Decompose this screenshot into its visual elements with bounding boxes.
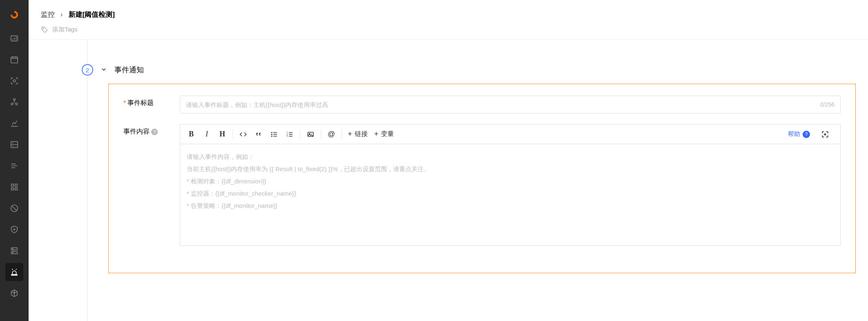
svg-point-2: [13, 80, 16, 82]
event-title-input[interactable]: [186, 101, 820, 108]
editor-placeholder: 请输入事件内容，例如： 当前主机{{host}}内存使用率为 {{ Result…: [187, 151, 834, 212]
svg-point-18: [271, 132, 272, 133]
breadcrumb: 监控 › 新建[阈值检测]: [41, 10, 856, 19]
quote-button[interactable]: [251, 127, 266, 142]
help-link[interactable]: 帮助 ?: [788, 130, 810, 138]
nav-shield-icon[interactable]: [5, 221, 23, 239]
svg-point-14: [13, 249, 13, 249]
nav-cube-icon[interactable]: [5, 284, 23, 302]
svg-point-19: [271, 134, 272, 135]
toolbar-sep: [342, 129, 342, 139]
toolbar-sep: [233, 129, 233, 139]
content-area: 2 事件通知 * 事件标题 0/256: [29, 40, 868, 321]
chevron-right-icon: ›: [60, 11, 63, 19]
tags-placeholder: 添加Tags: [52, 26, 78, 33]
sidebar: [0, 0, 29, 321]
help-badge-icon: ?: [803, 131, 810, 138]
row-event-content: 事件内容 ? B I H: [123, 124, 841, 246]
mention-button[interactable]: @: [324, 127, 339, 142]
svg-point-20: [271, 136, 272, 136]
plus-icon: +: [348, 130, 352, 138]
toolbar-sep: [300, 129, 300, 139]
svg-point-17: [43, 28, 44, 29]
svg-rect-10: [15, 188, 18, 190]
main-content: 监控 › 新建[阈值检测] 添加Tags 2 事件通知: [29, 0, 868, 321]
nav-server-icon[interactable]: [5, 242, 23, 260]
nav-dashboard-icon[interactable]: [5, 29, 23, 47]
svg-rect-16: [11, 274, 18, 275]
image-button[interactable]: [303, 127, 318, 142]
variable-button[interactable]: + 变量: [371, 127, 398, 142]
char-counter: 0/256: [820, 101, 834, 108]
toolbar-sep: [321, 129, 321, 139]
label-event-content: 事件内容 ?: [123, 124, 168, 136]
code-button[interactable]: [235, 127, 251, 142]
ol-button[interactable]: 123: [282, 127, 298, 142]
section-title: 事件通知: [114, 65, 144, 75]
tags-row[interactable]: 添加Tags: [41, 26, 856, 33]
bold-button[interactable]: B: [183, 127, 199, 142]
nav-grid-icon[interactable]: [5, 178, 23, 196]
step-number-badge: 2: [82, 64, 93, 76]
app-logo[interactable]: [7, 7, 22, 22]
italic-button[interactable]: I: [199, 127, 215, 142]
form-panel: * 事件标题 0/256 事件内容 ?: [108, 84, 856, 273]
svg-text:3: 3: [287, 135, 288, 137]
label-event-title: * 事件标题: [123, 96, 168, 107]
fullscreen-button[interactable]: [817, 127, 833, 142]
svg-rect-8: [15, 184, 18, 187]
nav-analytics-icon[interactable]: [5, 114, 23, 132]
editor-wrap: B I H 123: [180, 124, 841, 246]
svg-point-3: [13, 98, 16, 100]
nav-list-icon[interactable]: [5, 157, 23, 175]
svg-point-15: [13, 252, 13, 253]
event-title-field[interactable]: 0/256: [180, 96, 841, 114]
svg-rect-7: [11, 184, 14, 187]
nav-storage-icon[interactable]: [5, 136, 23, 154]
heading-button[interactable]: H: [215, 127, 230, 142]
svg-rect-9: [11, 188, 14, 190]
nav-block-icon[interactable]: [5, 199, 23, 217]
tag-icon: [41, 26, 48, 33]
help-icon[interactable]: ?: [151, 129, 158, 135]
section-event-notification: 2 事件通知 * 事件标题 0/256: [41, 64, 856, 273]
ul-button[interactable]: [266, 127, 282, 142]
row-event-title: * 事件标题 0/256: [123, 96, 841, 114]
editor-body[interactable]: 请输入事件内容，例如： 当前主机{{host}}内存使用率为 {{ Result…: [180, 144, 841, 246]
nav-alarm-icon[interactable]: [5, 263, 23, 281]
breadcrumb-monitor[interactable]: 监控: [41, 10, 55, 19]
link-button[interactable]: + 链接: [345, 127, 371, 142]
svg-point-26: [824, 134, 825, 135]
nav-nodes-icon[interactable]: [5, 93, 23, 111]
required-mark: *: [123, 100, 126, 107]
page-header: 监控 › 新建[阈值检测] 添加Tags: [29, 0, 868, 40]
nav-focus-icon[interactable]: [5, 72, 23, 90]
toolbar-left: B I H 123: [183, 127, 397, 142]
section-header: 2 事件通知: [41, 64, 856, 76]
breadcrumb-current: 新建[阈值检测]: [69, 10, 115, 19]
plus-icon: +: [374, 130, 379, 138]
chevron-down-icon[interactable]: [101, 66, 107, 74]
editor-toolbar: B I H 123: [180, 124, 841, 144]
nav-calendar-icon[interactable]: [5, 51, 23, 69]
toolbar-right: 帮助 ?: [788, 127, 837, 142]
svg-rect-1: [11, 57, 18, 63]
